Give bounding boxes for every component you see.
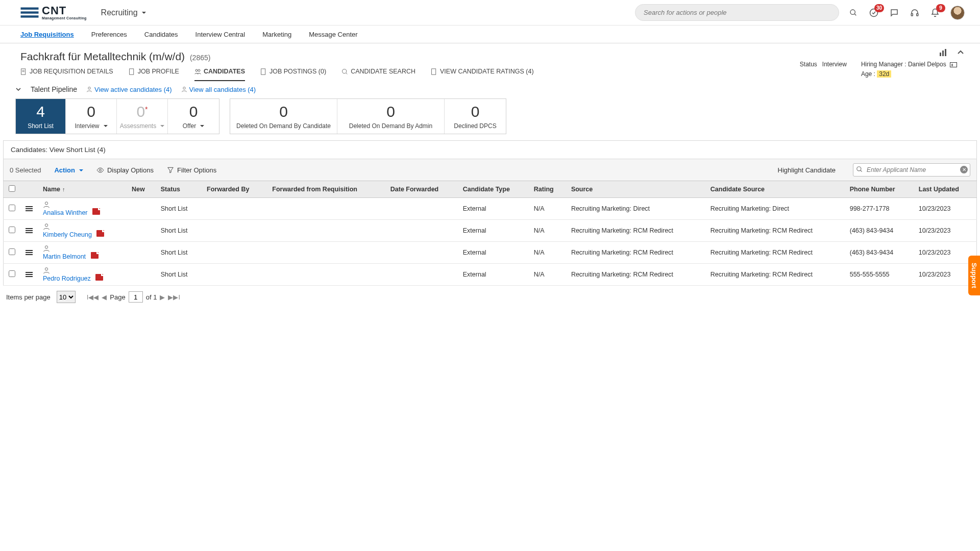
col-date-forwarded[interactable]: Date Forwarded bbox=[385, 181, 458, 198]
col-updated[interactable]: Last Updated bbox=[914, 181, 977, 198]
subtab-candidates[interactable]: CANDIDATES bbox=[194, 68, 245, 81]
chat-icon[interactable] bbox=[889, 8, 899, 18]
row-menu-icon[interactable] bbox=[26, 206, 33, 211]
stage-offer[interactable]: 0 Offer bbox=[168, 99, 219, 134]
brand-name: CNT bbox=[42, 5, 87, 16]
support-tab[interactable]: Support bbox=[968, 256, 980, 295]
cell-updated: 10/23/2023 bbox=[914, 242, 977, 264]
last-page-icon[interactable]: ▶▶I bbox=[168, 293, 180, 301]
cell-type: External bbox=[458, 198, 529, 220]
row-checkbox[interactable] bbox=[9, 205, 15, 211]
svg-point-22 bbox=[183, 87, 185, 90]
stage-deleted-admin[interactable]: 0 Deleted On Demand By Admin bbox=[337, 99, 445, 134]
row-checkbox[interactable] bbox=[9, 227, 15, 233]
cell-rating: N/A bbox=[529, 264, 566, 286]
subtab-search[interactable]: CANDIDATE SEARCH bbox=[341, 68, 415, 81]
row-menu-icon[interactable] bbox=[26, 250, 33, 255]
stage-deleted-candidate[interactable]: 0 Deleted On Demand By Candidate bbox=[230, 99, 337, 134]
cell-phone: 998-277-1778 bbox=[845, 198, 914, 220]
cell-rating: N/A bbox=[529, 198, 566, 220]
col-forwarded-from[interactable]: Forwarded from Requisition bbox=[267, 181, 385, 198]
table-row: Martin Belmont Short List External N/A R… bbox=[4, 242, 977, 264]
todo-icon[interactable]: 30 bbox=[869, 8, 879, 18]
svg-rect-9 bbox=[942, 51, 944, 56]
resume-pdf-icon[interactable] bbox=[92, 208, 100, 215]
col-csource[interactable]: Candidate Source bbox=[705, 181, 845, 198]
chart-icon[interactable] bbox=[939, 48, 947, 57]
col-forwarded-by[interactable]: Forwarded By bbox=[202, 181, 267, 198]
highlight-search[interactable]: ✕ bbox=[853, 163, 970, 177]
items-per-page-select[interactable]: 10 bbox=[57, 291, 76, 303]
stage-interview[interactable]: 0 Interview bbox=[66, 99, 117, 134]
col-new[interactable]: New bbox=[127, 181, 156, 198]
row-checkbox[interactable] bbox=[9, 248, 15, 255]
global-search-input[interactable] bbox=[635, 4, 839, 21]
stage-assessments[interactable]: 0* Assessments bbox=[117, 99, 168, 134]
candidate-name-link[interactable]: Kimberly Cheung bbox=[43, 231, 92, 238]
module-dropdown[interactable]: Recruiting bbox=[101, 8, 146, 17]
chevron-down-icon[interactable] bbox=[15, 86, 21, 92]
cell-source: Recruiting Marketing: RCM Redirect bbox=[566, 220, 705, 242]
prev-page-icon[interactable]: ◀ bbox=[102, 293, 107, 301]
subtab-details[interactable]: JOB REQUISITION DETAILS bbox=[20, 68, 113, 81]
nav-interview-central[interactable]: Interview Central bbox=[195, 31, 246, 38]
next-page-icon[interactable]: ▶ bbox=[160, 293, 165, 301]
col-status[interactable]: Status bbox=[156, 181, 202, 198]
subtab-profile[interactable]: JOB PROFILE bbox=[129, 68, 179, 81]
status-label: Status bbox=[800, 61, 817, 68]
nav-preferences[interactable]: Preferences bbox=[91, 31, 127, 38]
nav-candidates[interactable]: Candidates bbox=[144, 31, 178, 38]
filter-options[interactable]: Filter Options bbox=[167, 166, 216, 174]
cell-status: Short List bbox=[156, 264, 202, 286]
candidate-name-link[interactable]: Pedro Rodriguez bbox=[43, 275, 91, 282]
nav-message-center[interactable]: Message Center bbox=[309, 31, 357, 38]
nav-job-requisitions[interactable]: Job Requisitions bbox=[20, 31, 74, 38]
user-avatar[interactable] bbox=[950, 6, 965, 20]
nav-marketing[interactable]: Marketing bbox=[262, 31, 291, 38]
svg-point-24 bbox=[857, 167, 861, 171]
search-icon[interactable] bbox=[848, 8, 859, 18]
collapse-icon[interactable] bbox=[957, 48, 965, 57]
bell-icon[interactable]: 9 bbox=[930, 8, 940, 18]
col-source[interactable]: Source bbox=[566, 181, 705, 198]
candidate-name-link[interactable]: Martin Belmont bbox=[43, 253, 86, 260]
row-menu-icon[interactable] bbox=[26, 272, 33, 277]
candidates-table: Name↑ New Status Forwarded By Forwarded … bbox=[3, 181, 977, 286]
subtab-postings[interactable]: JOB POSTINGS (0) bbox=[260, 68, 326, 81]
row-checkbox[interactable] bbox=[9, 270, 15, 277]
requisition-meta: Status Interview Hiring Manager : Daniel… bbox=[800, 60, 957, 79]
action-menu[interactable]: Action bbox=[54, 166, 83, 174]
col-name[interactable]: Name↑ bbox=[38, 181, 127, 198]
doc-icon bbox=[20, 68, 27, 75]
link-view-all[interactable]: View all candidates (4) bbox=[181, 86, 256, 93]
resume-pdf-icon[interactable] bbox=[95, 274, 103, 281]
table-header-row: Name↑ New Status Forwarded By Forwarded … bbox=[4, 181, 977, 198]
top-bar: CNT Management Consulting Recruiting 30 … bbox=[0, 0, 980, 26]
page-label: Page bbox=[110, 293, 125, 301]
contact-card-icon[interactable] bbox=[950, 62, 957, 67]
chevron-down-icon bbox=[158, 122, 164, 130]
col-rating[interactable]: Rating bbox=[529, 181, 566, 198]
clear-icon[interactable]: ✕ bbox=[960, 166, 968, 173]
headset-icon[interactable] bbox=[910, 8, 920, 18]
logo-text: CNT Management Consulting bbox=[42, 5, 87, 20]
row-menu-icon[interactable] bbox=[26, 228, 33, 233]
svg-line-4 bbox=[854, 14, 856, 15]
resume-pdf-icon[interactable] bbox=[96, 230, 104, 237]
stage-declined-dpcs[interactable]: 0 Declined DPCS bbox=[445, 99, 506, 134]
candidate-name-link[interactable]: Analisa Winther bbox=[43, 209, 88, 216]
highlight-input[interactable] bbox=[853, 163, 970, 177]
highlight-label: Highlight Candidate bbox=[778, 166, 836, 174]
cell-csource: Recruiting Marketing: RCM Redirect bbox=[705, 242, 845, 264]
link-view-active[interactable]: View active candidates (4) bbox=[86, 86, 172, 93]
col-type[interactable]: Candidate Type bbox=[458, 181, 529, 198]
global-search[interactable] bbox=[635, 4, 839, 21]
resume-pdf-icon[interactable] bbox=[91, 252, 99, 259]
col-phone[interactable]: Phone Number bbox=[845, 181, 914, 198]
first-page-icon[interactable]: I◀◀ bbox=[87, 293, 99, 301]
select-all-checkbox[interactable] bbox=[9, 185, 15, 192]
stage-short-list[interactable]: 4 Short List bbox=[16, 99, 66, 134]
subtab-ratings[interactable]: VIEW CANDIDATE RATINGS (4) bbox=[431, 68, 534, 81]
display-options[interactable]: Display Options bbox=[96, 166, 154, 174]
page-input[interactable] bbox=[129, 291, 143, 303]
